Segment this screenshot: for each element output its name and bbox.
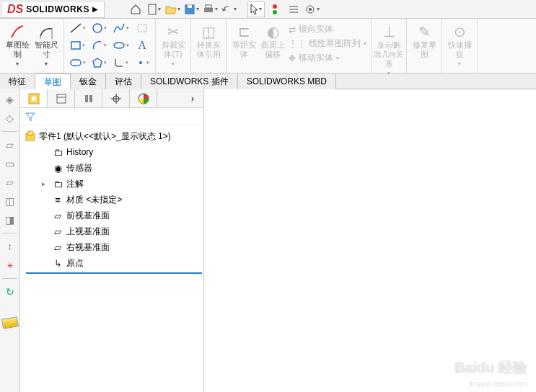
tree-item-front-plane[interactable]: ▱前视基准面 bbox=[36, 208, 202, 223]
lb-section[interactable]: ◨ bbox=[3, 213, 17, 227]
feature-manager-panel: › 零件1 (默认<<默认>_显示状态 1>) 🗀History ◉传感器 ▸🗀… bbox=[20, 89, 204, 392]
svg-rect-23 bbox=[32, 97, 36, 101]
svg-line-14 bbox=[71, 24, 81, 32]
lb-iso[interactable]: ▱ bbox=[3, 138, 17, 152]
rebuild-button[interactable] bbox=[266, 1, 284, 17]
tree-item-annotations[interactable]: ▸🗀注解 bbox=[36, 176, 202, 192]
svg-rect-24 bbox=[57, 94, 66, 103]
snap-icon: ⊙ bbox=[454, 23, 466, 40]
slot-tool[interactable] bbox=[67, 55, 87, 71]
lb-origin[interactable]: ⌖ bbox=[3, 258, 17, 272]
tab-features[interactable]: 特征 bbox=[0, 74, 35, 89]
ribbon: 草图绘制 ▾ 智能尺寸 ▾ A ✂剪裁实体(T)▾ ◫转换实体引用 bbox=[0, 19, 536, 74]
expand-icon[interactable]: ▸ bbox=[42, 180, 49, 187]
filter-row bbox=[20, 108, 203, 125]
save-button[interactable] bbox=[183, 1, 201, 17]
tree-item-right-plane[interactable]: ▱右视基准面 bbox=[36, 239, 202, 255]
select-button[interactable] bbox=[247, 1, 265, 17]
tree-item-material[interactable]: ≡材质 <未指定> bbox=[36, 192, 202, 208]
svg-rect-16 bbox=[138, 24, 146, 32]
trim-button[interactable]: ✂剪裁实体(T)▾ bbox=[159, 20, 188, 67]
offset-button[interactable]: ⊏等距实体 bbox=[229, 20, 258, 71]
options-list-button[interactable] bbox=[285, 1, 302, 17]
ptab-dimxpert[interactable] bbox=[102, 89, 130, 107]
new-button[interactable] bbox=[146, 1, 163, 17]
face-offset-button[interactable]: ◐曲面上偏移 bbox=[258, 20, 287, 71]
relations-button[interactable]: ⊥显示/删除几何关系▾ bbox=[374, 20, 403, 76]
convert-button[interactable]: ◫转换实体引用 bbox=[194, 20, 223, 59]
polygon-tool[interactable] bbox=[89, 55, 109, 71]
lb-view1[interactable]: ◈ bbox=[3, 92, 17, 107]
svg-rect-2 bbox=[188, 5, 192, 8]
svg-point-11 bbox=[309, 8, 312, 11]
cube-icon: ◫ bbox=[202, 23, 216, 40]
left-toolbar: ◈ ◇ ▱ ▭ ▱ ◫ ◨ ↕ ⌖ ↻ bbox=[0, 89, 20, 392]
tab-sketch[interactable]: 草图 bbox=[35, 74, 71, 89]
tree-rollback-bar[interactable] bbox=[26, 272, 202, 274]
mirror-button[interactable]: ⇄镜向实体 bbox=[289, 23, 366, 35]
lb-right[interactable]: ◫ bbox=[3, 194, 17, 208]
line-tool[interactable] bbox=[67, 20, 87, 36]
lb-top[interactable]: ▱ bbox=[3, 175, 17, 190]
tree-item-origin[interactable]: ↳原点 bbox=[36, 255, 202, 271]
sensor-icon: ◉ bbox=[52, 162, 63, 174]
pattern-button[interactable]: ⋮⋮线性草图阵列▾ bbox=[289, 37, 366, 50]
plane-icon: ▱ bbox=[52, 226, 63, 237]
ptab-property[interactable] bbox=[48, 89, 75, 107]
ellipse-tool[interactable] bbox=[110, 37, 131, 53]
text-tool[interactable]: A bbox=[132, 37, 152, 53]
print-button[interactable] bbox=[202, 1, 219, 17]
filter-icon[interactable] bbox=[25, 111, 36, 122]
svg-point-21 bbox=[139, 61, 142, 64]
svg-rect-3 bbox=[204, 8, 213, 12]
lb-refresh[interactable]: ↻ bbox=[3, 285, 17, 299]
fillet-tool[interactable] bbox=[110, 55, 131, 71]
tab-sheetmetal[interactable]: 钣金 bbox=[71, 74, 106, 89]
move-button[interactable]: ✥移动实体▾ bbox=[289, 52, 366, 64]
tree-root[interactable]: 零件1 (默认<<默认>_显示状态 1>) bbox=[22, 128, 202, 144]
smart-dimension-button[interactable]: 智能尺寸 ▾ bbox=[32, 20, 61, 67]
point-tool[interactable] bbox=[132, 55, 152, 71]
tree-item-top-plane[interactable]: ▱上视基准面 bbox=[36, 223, 202, 239]
tree-item-sensors[interactable]: ◉传感器 bbox=[36, 160, 202, 176]
tree-item-history[interactable]: 🗀History bbox=[36, 144, 202, 160]
rect-tool[interactable] bbox=[67, 37, 87, 53]
ptab-appearance[interactable] bbox=[130, 89, 157, 107]
graphics-area[interactable] bbox=[204, 89, 536, 392]
open-button[interactable] bbox=[164, 1, 182, 17]
undo-button[interactable] bbox=[221, 1, 238, 17]
app-menu-button[interactable]: DS SOLIDWORKS ▶ bbox=[1, 1, 105, 18]
panel-tabs: › bbox=[20, 89, 203, 108]
plane-icon: ▱ bbox=[52, 210, 63, 221]
lb-dim[interactable]: ↕ bbox=[3, 239, 17, 254]
lb-front[interactable]: ▭ bbox=[3, 156, 17, 171]
ribbon-tabs: 特征 草图 钣金 评估 SOLIDWORKS 插件 SOLIDWORKS MBD bbox=[0, 74, 536, 89]
ptab-feature-tree[interactable] bbox=[20, 89, 48, 107]
home-button[interactable] bbox=[127, 1, 144, 17]
ptab-expand[interactable]: › bbox=[182, 89, 203, 107]
svg-point-5 bbox=[273, 4, 277, 9]
arc-tool[interactable] bbox=[89, 37, 109, 53]
tab-plugins[interactable]: SOLIDWORKS 插件 bbox=[141, 74, 238, 89]
snap-button[interactable]: ⊙快速捕捉▾ bbox=[445, 20, 474, 67]
svg-rect-4 bbox=[206, 5, 211, 8]
circle-tool[interactable] bbox=[89, 20, 109, 36]
settings-button[interactable] bbox=[304, 1, 321, 17]
lb-view2[interactable]: ◇ bbox=[3, 111, 17, 125]
ptab-config[interactable] bbox=[75, 89, 102, 107]
svg-rect-0 bbox=[149, 4, 156, 14]
svg-marker-20 bbox=[93, 58, 102, 67]
tab-evaluate[interactable]: 评估 bbox=[106, 74, 141, 89]
repair-button[interactable]: ✎修复草图 bbox=[410, 20, 439, 59]
sketch-button[interactable]: 草图绘制 ▾ bbox=[3, 20, 32, 67]
rectangle-dashed-tool[interactable] bbox=[132, 20, 152, 36]
svg-point-15 bbox=[93, 24, 102, 32]
spline-tool[interactable] bbox=[110, 20, 131, 36]
lb-measure[interactable] bbox=[1, 316, 18, 329]
scissors-icon: ✂ bbox=[167, 23, 180, 40]
sketch-icon bbox=[9, 23, 26, 40]
tab-mbd[interactable]: SOLIDWORKS MBD bbox=[238, 74, 336, 89]
quick-access-toolbar bbox=[127, 1, 321, 17]
material-icon: ≡ bbox=[52, 194, 63, 205]
ribbon-group-tools: A bbox=[64, 19, 156, 73]
